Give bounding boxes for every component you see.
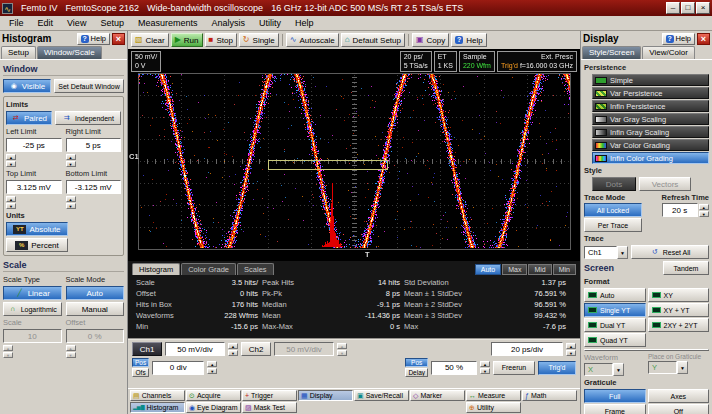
default-setup-button[interactable]: ⌂Default Setup <box>341 33 405 47</box>
readout-tab-color-grade[interactable]: Color Grade <box>181 263 236 275</box>
menu-view[interactable]: View <box>60 18 93 28</box>
refresh-down-button[interactable]: ▼ <box>699 211 709 217</box>
ch2-button[interactable]: Ch2 <box>241 342 271 356</box>
save-recall-button[interactable]: ▣Save/Recall <box>354 390 409 401</box>
units-percent-button[interactable]: % Percent <box>6 238 68 252</box>
graticule-frame-button[interactable]: Frame <box>584 404 646 414</box>
ch1-pos-button[interactable]: Pos <box>132 358 149 367</box>
infin-color-grading-button[interactable]: Infin Color Grading <box>592 152 709 164</box>
per-trace-button[interactable]: Per Trace <box>584 218 642 232</box>
menu-file[interactable]: File <box>2 18 31 28</box>
top-limit-field[interactable]: 3.125 mV <box>6 180 62 194</box>
format-dual-yt-button[interactable]: Dual YT <box>584 318 646 332</box>
utility-button[interactable]: ⊕Utility <box>466 402 521 413</box>
right-limit-down-button[interactable]: ▼ <box>66 161 76 167</box>
top-limit-up-button[interactable]: ▲ <box>6 196 16 202</box>
readout-view-auto[interactable]: Auto <box>475 264 501 275</box>
bottom-limit-down-button[interactable]: ▼ <box>66 203 76 209</box>
tab-setup[interactable]: Setup <box>1 46 36 59</box>
readout-tab-scales[interactable]: Scales <box>237 263 274 275</box>
run-button[interactable]: ▶Run <box>171 33 203 47</box>
scale-auto-button[interactable]: Auto <box>66 286 125 300</box>
graticule-full-button[interactable]: Full <box>584 389 646 403</box>
menu-utility[interactable]: Utility <box>252 18 288 28</box>
ch1-ofs-button[interactable]: Ofs <box>132 368 149 377</box>
units-absolute-button[interactable]: YT Absolute <box>6 222 68 236</box>
measure-button[interactable]: ↔Measure <box>466 390 521 401</box>
refresh-up-button[interactable]: ▲ <box>699 204 709 210</box>
all-locked-button[interactable]: All Locked <box>584 203 642 217</box>
trigd-button[interactable]: Trig'd <box>538 361 576 375</box>
independent-button[interactable]: ⇉ Independent <box>55 111 121 125</box>
right-limit-field[interactable]: 5 ps <box>66 138 122 152</box>
tandem-button[interactable]: Tandem <box>663 261 709 275</box>
mask-test-button[interactable]: ▨Mask Test <box>242 402 297 413</box>
trace-select[interactable]: Ch1 ▼ <box>584 246 628 259</box>
copy-button[interactable]: ▣Copy <box>412 33 449 47</box>
ch1-position-field[interactable]: 0 div <box>152 361 204 375</box>
close-window-button[interactable]: × <box>696 2 710 14</box>
display-close-button[interactable]: × <box>697 33 710 45</box>
bottom-limit-field[interactable]: -3.125 mV <box>66 180 122 194</box>
visible-button[interactable]: ◉ Visible <box>3 79 51 93</box>
format-xy-yt-button[interactable]: XY + YT <box>648 303 710 317</box>
persistence-simple-button[interactable]: Simple <box>592 74 709 86</box>
tb-delay-button[interactable]: Delay <box>405 368 428 377</box>
eye-diagram-button[interactable]: ◉Eye Diagram <box>186 402 241 413</box>
trigger-button[interactable]: +Trigger <box>242 390 297 401</box>
graticule-off-button[interactable]: Off <box>648 404 710 414</box>
menu-help[interactable]: Help <box>288 18 321 28</box>
right-limit-up-button[interactable]: ▲ <box>66 154 76 160</box>
clear-button[interactable]: ▧Clear <box>131 33 169 47</box>
ch1-button[interactable]: Ch1 <box>132 342 162 356</box>
left-limit-down-button[interactable]: ▼ <box>6 161 16 167</box>
ch1-vdiv-up-button[interactable]: ▲ <box>228 343 238 349</box>
timebase-down-button[interactable]: ▼ <box>566 350 576 356</box>
reset-all-button[interactable]: ↺ Reset All <box>631 245 709 259</box>
minimize-button[interactable]: – <box>666 2 680 14</box>
menu-analysis[interactable]: Analysis <box>204 18 252 28</box>
persistence-var-button[interactable]: Var Persistence <box>592 87 709 99</box>
tb-pos-button[interactable]: Pos <box>405 358 428 367</box>
display-button[interactable]: ▦Display <box>298 390 353 401</box>
marker-button[interactable]: ◇Marker <box>410 390 465 401</box>
format-2xy-2yt-button[interactable]: 2XY + 2YT <box>648 318 710 332</box>
format-xy-button[interactable]: XY <box>648 288 710 302</box>
top-limit-down-button[interactable]: ▼ <box>6 203 16 209</box>
menu-setup[interactable]: Setup <box>93 18 131 28</box>
readout-view-mid[interactable]: Mid <box>528 264 551 275</box>
single-button[interactable]: ↻Single <box>239 33 279 47</box>
histogram-button[interactable]: ▂▅▇Histogram <box>130 402 185 413</box>
timebase-field[interactable]: 20 ps/div <box>491 342 563 356</box>
histogram-close-button[interactable]: × <box>112 33 125 45</box>
ch1-pos-down-button[interactable]: ▼ <box>207 368 217 374</box>
tb-pos-up-button[interactable]: ▲ <box>480 361 490 367</box>
display-help-button[interactable]: ? Help <box>662 33 695 45</box>
readout-view-min[interactable]: Min <box>553 264 576 275</box>
persistence-infin-button[interactable]: Infin Persistence <box>592 100 709 112</box>
timebase-up-button[interactable]: ▲ <box>566 343 576 349</box>
autoscale-button[interactable]: ∿Autoscale <box>286 33 339 47</box>
toolbar-help-button[interactable]: ?Help <box>451 33 486 47</box>
set-default-window-button[interactable]: Set Default Window <box>54 79 124 93</box>
tb-position-field[interactable]: 50 % <box>431 361 477 375</box>
acquire-button[interactable]: ⊙Acquire <box>186 390 241 401</box>
scale-manual-button[interactable]: Manual <box>66 302 125 316</box>
var-color-grading-button[interactable]: Var Color Grading <box>592 139 709 151</box>
ch1-pos-up-button[interactable]: ▲ <box>207 361 217 367</box>
format-quad-yt-button[interactable]: Quad YT <box>584 333 646 347</box>
menu-measurements[interactable]: Measurements <box>131 18 205 28</box>
paired-button[interactable]: ⇄ Paired <box>6 111 52 125</box>
left-limit-up-button[interactable]: ▲ <box>6 154 16 160</box>
channels-button[interactable]: ▤Channels <box>130 390 185 401</box>
histogram-help-button[interactable]: ? Help <box>77 33 110 45</box>
freerun-button[interactable]: Freerun <box>493 361 535 375</box>
var-gray-scaling-button[interactable]: Var Gray Scaling <box>592 113 709 125</box>
format-single-yt-button[interactable]: Single YT <box>584 303 646 317</box>
graticule-axes-button[interactable]: Axes <box>648 389 710 403</box>
maximize-button[interactable]: □ <box>681 2 695 14</box>
ch1-vdiv-field[interactable]: 50 mV/div <box>165 342 225 356</box>
tab-window-scale[interactable]: Window/Scale <box>37 46 102 59</box>
math-button[interactable]: ƒMath <box>522 390 577 401</box>
scale-logarithmic-button[interactable]: ∩ Logarithmic <box>3 302 62 316</box>
